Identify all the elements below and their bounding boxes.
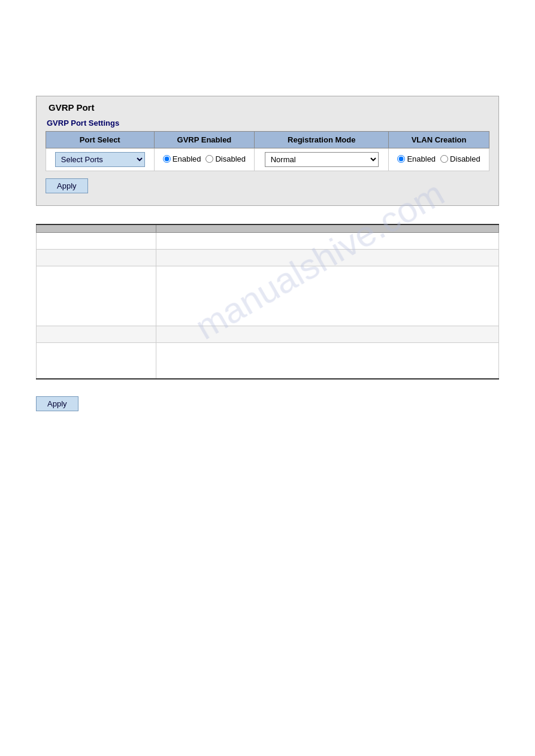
vlan-creation-disabled-label[interactable]: Disabled xyxy=(440,154,480,163)
data-row-4-col1 xyxy=(37,326,156,343)
data-row-2 xyxy=(37,250,499,266)
col-header-gvrp-enabled: GVRP Enabled xyxy=(154,132,255,148)
data-row-3-col1 xyxy=(37,266,156,326)
data-row-2-col2 xyxy=(156,250,499,266)
data-row-3 xyxy=(37,266,499,326)
gvrp-enabled-radio-group: Enabled Disabled xyxy=(163,154,246,163)
data-row-1-col2 xyxy=(156,233,499,250)
data-row-5 xyxy=(37,343,499,379)
apply-bottom-container: Apply xyxy=(36,389,499,411)
gvrp-enabled-label[interactable]: Enabled xyxy=(163,154,201,163)
data-row-1 xyxy=(37,233,499,250)
vlan-creation-enabled-label[interactable]: Enabled xyxy=(397,154,436,163)
port-select-cell: Select Ports xyxy=(46,148,155,171)
gvrp-enabled-cell: Enabled Disabled xyxy=(154,148,255,171)
registration-mode-cell: Normal Fixed Forbidden xyxy=(255,148,389,171)
settings-table: Port Select GVRP Enabled Registration Mo… xyxy=(46,131,489,171)
table-row: Select Ports Enabled Disabled xyxy=(46,148,489,171)
section-label: GVRP Port Settings xyxy=(46,119,489,127)
gvrp-enabled-text: Enabled xyxy=(173,154,201,163)
col-header-vlan-creation: VLAN Creation xyxy=(389,132,489,148)
data-row-4-col2 xyxy=(156,326,499,343)
gvrp-disabled-text: Disabled xyxy=(215,154,246,163)
col-header-registration-mode: Registration Mode xyxy=(255,132,389,148)
vlan-creation-cell: Enabled Disabled xyxy=(389,148,489,171)
data-row-3-col2 xyxy=(156,266,499,326)
gvrp-enabled-radio[interactable] xyxy=(163,155,171,163)
vlan-creation-radio-group: Enabled Disabled xyxy=(397,154,480,163)
data-table-section xyxy=(36,224,499,379)
vlan-creation-enabled-radio[interactable] xyxy=(397,155,405,163)
data-row-4 xyxy=(37,326,499,343)
data-col2-header xyxy=(156,224,499,233)
vlan-creation-enabled-text: Enabled xyxy=(407,154,436,163)
data-table xyxy=(36,224,499,379)
gvrp-disabled-label[interactable]: Disabled xyxy=(205,154,246,163)
registration-mode-select[interactable]: Normal Fixed Forbidden xyxy=(265,152,379,167)
vlan-creation-disabled-radio[interactable] xyxy=(440,155,448,163)
col-header-port-select: Port Select xyxy=(46,132,155,148)
data-row-5-col1 xyxy=(37,343,156,379)
data-row-2-col1 xyxy=(37,250,156,266)
apply-button-top[interactable]: Apply xyxy=(46,178,88,193)
data-col1-header xyxy=(37,224,156,233)
vlan-creation-disabled-text: Disabled xyxy=(450,154,480,163)
apply-button-bottom[interactable]: Apply xyxy=(36,396,78,411)
gvrp-disabled-radio[interactable] xyxy=(205,155,213,163)
port-select-dropdown[interactable]: Select Ports xyxy=(55,152,145,167)
data-row-1-col1 xyxy=(37,233,156,250)
panel-title: GVRP Port xyxy=(46,102,489,113)
gvrp-port-panel: GVRP Port GVRP Port Settings Port Select… xyxy=(36,96,499,206)
data-row-5-col2 xyxy=(156,343,499,379)
